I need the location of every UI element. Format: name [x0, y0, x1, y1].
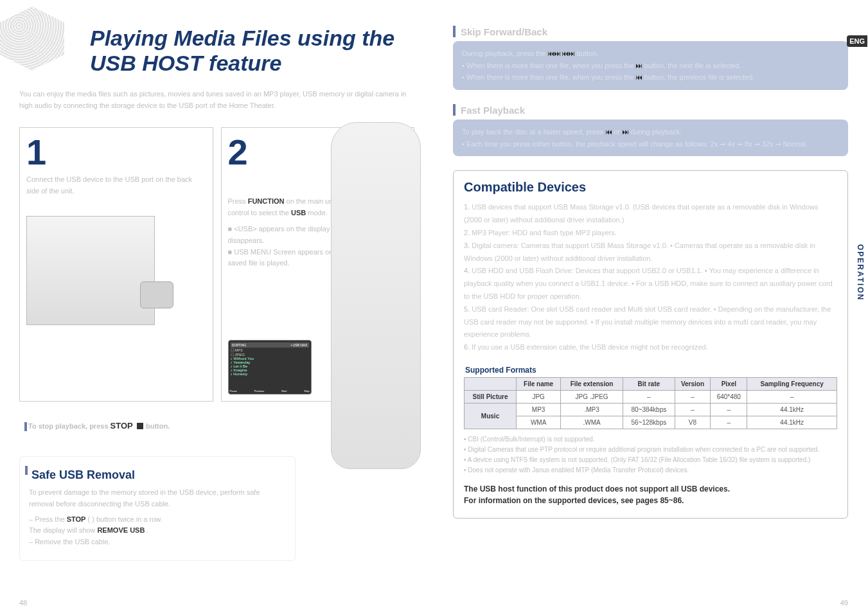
- manual-spread: Playing Media Files using the USB HOST f…: [0, 0, 868, 613]
- nav-track-5: ♪ Honesty: [231, 372, 309, 376]
- footnote-1: The USB host function of this product do…: [464, 483, 837, 495]
- safe-removal-title: Safe USB Removal: [31, 468, 286, 482]
- skip-body: During playback, press the ⏮⏭ ⏮⏭ button.…: [453, 41, 848, 90]
- compat-item: USB HDD and USB Flash Drive: Devices tha…: [464, 265, 837, 303]
- table-row: Music MP3 .MP3 80~384kbps – – 44.1kHz: [465, 404, 837, 416]
- skip-forward-icon: ⏭: [635, 60, 642, 72]
- page-number-right: 49: [840, 599, 848, 607]
- stop-icon: [137, 423, 143, 429]
- compat-item: Digital camera: Cameras that support USB…: [464, 240, 837, 265]
- bold-usb: USB: [291, 209, 306, 217]
- usb-navi-screenshot: SORTING • USB NAVI ☐ MP3 ☐ JPEG ♪ Withou…: [228, 340, 312, 395]
- skip-title: Skip Forward/Back: [461, 26, 547, 37]
- compatible-list: USB devices that support USB Mass Storag…: [464, 201, 837, 354]
- fast-body: To play back the disc at a faster speed,…: [453, 120, 848, 156]
- fast-title: Fast Playback: [461, 105, 525, 116]
- compat-item: USB card Reader: One slot USB card reade…: [464, 303, 837, 341]
- device-rear-illustration: [26, 216, 155, 325]
- section-side-tab: OPERATION: [856, 244, 865, 301]
- fast-back-icon: ⏮: [605, 126, 612, 138]
- intro-text: You can enjoy the media files such as pi…: [19, 89, 414, 111]
- skip-back-icon: ⏮: [635, 71, 642, 84]
- stop-line: To stop playback, press STOP button.: [28, 421, 287, 432]
- decorative-emblem: [0, 6, 64, 71]
- step-1-box: 1 Connect the USB device to the USB port…: [19, 127, 213, 402]
- right-page: ENG OPERATION Skip Forward/Back During p…: [434, 0, 867, 613]
- footnote-2: For information on the supported devices…: [464, 495, 837, 506]
- left-page: Playing Media Files using the USB HOST f…: [0, 0, 434, 613]
- language-tab: ENG: [847, 35, 867, 47]
- table-row: Still Picture JPG JPG .JPEG – – 640*480 …: [465, 391, 837, 404]
- post-bullets: • CBI (Control/Bulk/Interrupt) is not su…: [464, 434, 837, 475]
- remote-control-illustration: [331, 122, 421, 469]
- compat-item: MP3 Player: HDD and flash type MP3 playe…: [464, 227, 837, 240]
- bold-function: FUNCTION: [248, 197, 285, 205]
- fast-line-1: To play back the disc at a faster speed,…: [462, 126, 839, 138]
- safe-line-1: To prevent damage to the memory stored i…: [29, 487, 286, 510]
- compat-item: If you use a USB extension cable, the US…: [464, 341, 837, 354]
- page-title: Playing Media Files using the USB HOST f…: [90, 26, 414, 76]
- compatible-devices-box: Compatible Devices USB devices that supp…: [453, 170, 848, 519]
- supported-formats-table: File name File extension Bit rate Versio…: [464, 377, 837, 429]
- table-row: WMA .WMA 56~128kbps V8 – 44.1kHz: [465, 416, 837, 429]
- fast-bullet-1: • Each time you press either button, the…: [462, 138, 839, 150]
- compat-item: USB devices that support USB Mass Storag…: [464, 201, 837, 227]
- step-1-text: Connect the USB device to the USB port o…: [26, 174, 206, 197]
- supported-formats-title: Supported Formats: [465, 366, 837, 375]
- compatible-heading: Compatible Devices: [464, 180, 837, 195]
- nav-header-left: SORTING: [232, 343, 247, 347]
- step-1-number: 1: [26, 134, 206, 170]
- fast-forward-icon: ⏭: [622, 126, 628, 138]
- heading-bar-icon: [453, 26, 456, 37]
- table-header-row: File name File extension Bit rate Versio…: [465, 378, 837, 391]
- skip-back-forward-icon: ⏮⏭ ⏮⏭: [547, 48, 574, 60]
- heading-bar-icon: [453, 104, 456, 116]
- fast-playback-section: Fast Playback To play back the disc at a…: [453, 104, 848, 156]
- page-number-left: 48: [19, 599, 27, 607]
- nav-folder-2: ☐ JPEG: [231, 352, 309, 357]
- safe-removal-box: Safe USB Removal To prevent damage to th…: [19, 456, 296, 561]
- step-2-number: 2: [228, 134, 248, 170]
- safe-line-3: – Remove the USB cable.: [29, 537, 286, 548]
- stop-playback-section: To stop playback, press STOP button.: [19, 413, 296, 445]
- nav-folder-1: ☐ MP3: [231, 348, 309, 352]
- nav-header-right: • USB NAVI: [290, 343, 307, 347]
- skip-section: Skip Forward/Back During playback, press…: [453, 26, 848, 90]
- safe-line-2: – Press the STOP ( ) button twice in a r…: [29, 514, 286, 537]
